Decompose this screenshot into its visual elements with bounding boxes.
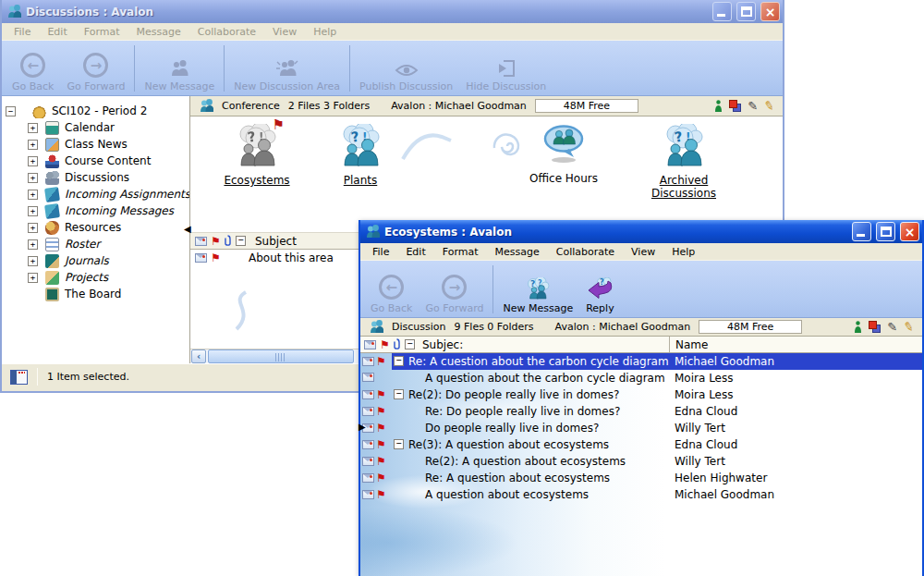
expand-icon[interactable]: +	[28, 190, 38, 200]
close-button[interactable]: ×	[900, 222, 919, 241]
go-back-label: Go Back	[12, 80, 54, 92]
go-back-button[interactable]: ← Go Back	[364, 263, 419, 315]
permissions-key-icon: ✎	[903, 320, 915, 334]
tree-item-projects[interactable]: +Projects	[2, 269, 189, 286]
expand-pane-arrow[interactable]: ▶	[359, 423, 366, 432]
expand-icon[interactable]: +	[28, 156, 38, 166]
new-message-label: New Message	[503, 302, 573, 314]
tree-item-roster[interactable]: +Roster	[2, 236, 189, 252]
expand-icon[interactable]: +	[28, 256, 38, 266]
toolbar-separator	[492, 265, 493, 313]
scroll-thumb[interactable]	[208, 349, 354, 363]
minimize-button[interactable]	[852, 222, 871, 241]
message-author: Edna Cloud	[675, 405, 737, 418]
discussions-titlebar[interactable]: Discussions : Avalon ×	[2, 0, 783, 23]
ecosystems-titlebar[interactable]: Ecosystems : Avalon ×	[360, 220, 922, 243]
maximize-button[interactable]	[876, 222, 895, 241]
menu-format[interactable]: Format	[434, 244, 487, 260]
menu-view[interactable]: View	[264, 24, 305, 40]
area-label[interactable]: Ecosystems	[224, 174, 289, 187]
split-pane-icon[interactable]	[10, 370, 28, 385]
message-row[interactable]: ⚑Re(2): A question about ecosystemsWilly…	[360, 453, 922, 470]
message-author: Willy Tert	[675, 455, 725, 468]
tree-item-calendar[interactable]: +Calendar	[2, 119, 189, 136]
message-row[interactable]: A question about the carbon cycle diagra…	[360, 370, 922, 386]
menu-collaborate[interactable]: Collaborate	[548, 244, 623, 260]
tree-root-label: SCI102 - Period 2	[52, 104, 147, 117]
expand-icon[interactable]: +	[28, 173, 38, 183]
subject-column-label[interactable]: Subjec:	[422, 338, 463, 351]
menu-edit[interactable]: Edit	[397, 244, 433, 260]
scroll-left-icon[interactable]: ‹	[191, 349, 206, 363]
message-row[interactable]: ⚑−Re(3): A question about ecosystemsEdna…	[360, 436, 922, 453]
area-label[interactable]: Office Hours	[529, 172, 598, 185]
expand-icon[interactable]: +	[28, 239, 38, 250]
message-row[interactable]: ⚑Re: Do people really live in domes?Edna…	[360, 403, 922, 420]
publish-discussion-button[interactable]: Publish Discussion	[353, 43, 459, 93]
tree-item-class-news[interactable]: +Class News	[2, 136, 189, 153]
tree-item-incoming-assignments[interactable]: +Incoming Assignments	[2, 186, 189, 202]
message-author: Willy Tert	[675, 422, 725, 435]
area-archived-discussions[interactable]: Archived Discussions	[628, 124, 739, 201]
tree-item-course-content[interactable]: +Course Content	[2, 153, 189, 169]
collapse-all-icon[interactable]: −	[405, 339, 415, 349]
message-row[interactable]: ⚑A question about ecosystemsMichael Good…	[360, 486, 922, 503]
edit-pencil-icon: ✎	[748, 100, 758, 112]
board-icon	[45, 288, 59, 301]
new-message-button[interactable]: ? ? New Message	[496, 263, 579, 315]
menu-help[interactable]: Help	[663, 244, 703, 260]
menu-file[interactable]: File	[6, 24, 39, 40]
menu-message[interactable]: Message	[128, 24, 189, 40]
go-forward-button[interactable]: → Go Forward	[419, 263, 490, 315]
tree-item-incoming-messages[interactable]: +Incoming Messages	[2, 202, 189, 219]
collapse-thread-icon[interactable]: −	[394, 356, 404, 366]
area-office-hours[interactable]: Office Hours	[508, 124, 619, 186]
tree-item-sci102-period-2[interactable]: − SCI102 - Period 2	[2, 103, 189, 119]
expand-icon[interactable]: +	[28, 140, 38, 150]
message-row[interactable]: ⚑Re: A question about ecosystemsHelen Hi…	[360, 470, 922, 486]
area-label[interactable]: Plants	[344, 174, 378, 187]
expand-icon[interactable]: +	[28, 223, 38, 233]
menu-help[interactable]: Help	[305, 24, 345, 40]
collapse-thread-icon[interactable]: −	[394, 439, 404, 449]
message-row[interactable]: ⚑−Re: A cuestion about the carbon cycle …	[360, 353, 922, 370]
menu-collaborate[interactable]: Collaborate	[189, 24, 264, 40]
area-plants[interactable]: Plants	[305, 124, 416, 188]
name-column-label[interactable]: Name	[669, 337, 708, 352]
menu-file[interactable]: File	[364, 244, 397, 260]
collapse-thread-icon[interactable]: −	[394, 389, 404, 399]
tree-item-discussions[interactable]: +Discussions	[2, 169, 189, 186]
message-row[interactable]: ⚑−Re(2): Do people really live in domes?…	[360, 386, 922, 403]
new-discussion-area-button[interactable]: New Discussion Area	[227, 43, 346, 93]
message-row[interactable]: ⚑Do people really live in domes?Willy Te…	[360, 420, 922, 436]
list-header[interactable]: ⚑ − Subjec: Name	[360, 337, 922, 353]
expand-icon[interactable]: +	[28, 123, 38, 133]
new-message-button[interactable]: New Message	[138, 43, 221, 93]
menu-format[interactable]: Format	[76, 24, 128, 40]
tree-item-resources[interactable]: +Resources	[2, 219, 189, 236]
collapse-tree-pane-arrow[interactable]: ◀	[184, 225, 191, 234]
tree-item-journals[interactable]: +Journals	[2, 252, 189, 269]
tree-item-the-board[interactable]: The Board	[2, 286, 189, 302]
area-ecosystems[interactable]: ⚑ Ecosystems	[201, 124, 312, 188]
collapse-all-icon[interactable]: −	[236, 236, 246, 246]
flag-icon: ⚑	[211, 236, 220, 247]
tree-item-label: Roster	[65, 238, 100, 251]
expand-icon[interactable]: +	[28, 273, 38, 283]
maximize-button[interactable]	[736, 2, 756, 21]
reply-button[interactable]: ? Reply	[579, 263, 620, 315]
close-button[interactable]: ×	[760, 2, 780, 21]
message-subject: A question about the carbon cycle diagra…	[425, 372, 665, 385]
collapse-icon[interactable]: −	[6, 106, 16, 116]
go-forward-button[interactable]: → Go Forward	[60, 43, 131, 93]
menu-view[interactable]: View	[623, 244, 663, 260]
go-back-button[interactable]: ← Go Back	[6, 43, 60, 93]
message-author: Helen Highwater	[675, 472, 767, 484]
expand-icon[interactable]: +	[28, 206, 38, 216]
hide-discussion-button[interactable]: Hide Discussion	[459, 43, 553, 93]
menu-edit[interactable]: Edit	[39, 24, 75, 40]
maximize-icon	[881, 227, 892, 237]
area-label[interactable]: Archived Discussions	[628, 174, 739, 200]
menu-message[interactable]: Message	[487, 244, 548, 260]
minimize-button[interactable]	[712, 2, 732, 21]
